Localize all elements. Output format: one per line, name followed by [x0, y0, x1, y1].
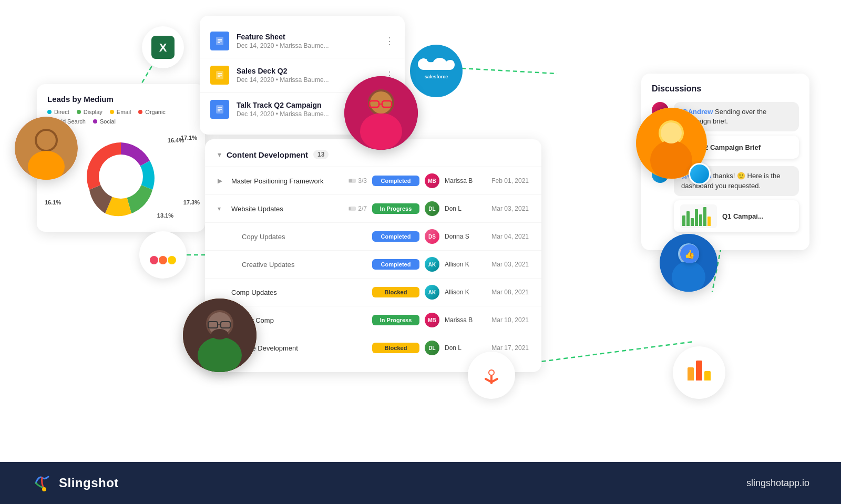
svg-point-36: [360, 113, 402, 150]
task-date-5: Mar 10, 2021: [487, 316, 529, 324]
donut-chart: [74, 132, 168, 221]
analytics-bars: [682, 359, 716, 386]
svg-point-17: [168, 256, 176, 264]
legend-label-organic: Organic: [145, 109, 166, 115]
person-woman-left: [15, 117, 78, 180]
task-avatar-5: MB: [425, 313, 439, 327]
legend-dot-organic: [138, 110, 142, 114]
salesforce-circle: salesforce: [410, 45, 463, 97]
legend-social: Social: [93, 118, 116, 125]
svg-point-43: [198, 337, 242, 372]
status-badge-0: Completed: [372, 176, 419, 186]
task-date-4: Mar 08, 2021: [487, 289, 529, 296]
tasks-header: ▾ Content Development 13: [205, 150, 541, 167]
pct-display: 17.3%: [183, 199, 200, 205]
pct-email: 13.1%: [157, 212, 173, 219]
doc-title-0: Feature Sheet: [237, 33, 377, 41]
doc-meta-1: Dec 14, 2020 • Marissa Baume...: [237, 76, 377, 84]
task-assignee-4: Allison K: [445, 289, 481, 296]
legend-display: Display: [77, 109, 102, 115]
svg-point-48: [211, 329, 228, 340]
task-avatar-1: DL: [425, 201, 439, 216]
task-avatar-0: MB: [425, 173, 439, 188]
legend-label-social: Social: [100, 118, 116, 125]
svg-point-15: [150, 256, 158, 264]
disc-chart-0[interactable]: Q1 Campai...: [674, 200, 799, 232]
task-date-1: Mar 03, 2021: [487, 205, 529, 212]
task-date-2: Mar 04, 2021: [487, 233, 529, 240]
like-button[interactable]: 👍: [680, 244, 699, 263]
svg-point-51: [650, 140, 692, 179]
status-badge-3: Completed: [372, 259, 419, 270]
status-badge-1: In Progress: [372, 203, 419, 214]
small-avatar-disc: [689, 163, 711, 185]
task-row-0[interactable]: ▶ Master Positioning Framework 3/3 Compl…: [205, 167, 541, 195]
task-name-2: Copy Updates: [231, 233, 362, 241]
person-marissa: [344, 76, 418, 150]
legend-dot-direct: [47, 110, 52, 114]
footer-url: slingshotapp.io: [746, 478, 809, 489]
doc-info-1: Sales Deck Q2 Dec 14, 2020 • Marissa Bau…: [237, 67, 377, 84]
leads-title: Leads by Medium: [47, 95, 194, 104]
task-name-3: Creative Updates: [231, 261, 362, 269]
doc-info-0: Feature Sheet Dec 14, 2020 • Marissa Bau…: [237, 33, 377, 49]
task-row-1[interactable]: ▾ Website Updates 2/7 In Progress DL Don…: [205, 195, 541, 223]
task-expand-1[interactable]: ▾: [218, 205, 226, 212]
excel-icon-circle: X: [142, 26, 184, 68]
legend-dot-email: [110, 110, 114, 114]
task-date-3: Mar 03, 2021: [487, 261, 529, 268]
pct-paid: 16.1%: [45, 199, 61, 205]
task-avatar-4: AK: [425, 285, 439, 300]
svg-point-66: [489, 371, 494, 375]
doc-menu-0[interactable]: ⋮: [385, 35, 394, 47]
disc-chart-name-0: Q1 Campai...: [722, 212, 764, 220]
legend-dot-social: [93, 119, 97, 124]
legend-label-email: Email: [117, 109, 131, 115]
doc-title-1: Sales Deck Q2: [237, 67, 377, 75]
tasks-collapse-icon[interactable]: ▾: [218, 150, 221, 159]
task-avatar-2: DS: [425, 229, 439, 244]
task-assignee-1: Don L: [445, 205, 481, 212]
task-assignee-3: Allison K: [445, 261, 481, 268]
task-assignee-2: Donna S: [445, 233, 481, 240]
task-row-2[interactable]: Copy Updates Completed DS Donna S Mar 04…: [205, 223, 541, 251]
tasks-count: 13: [313, 150, 329, 159]
legend-direct: Direct: [47, 109, 69, 115]
status-badge-2: Completed: [372, 231, 419, 242]
task-date-6: Mar 17, 2021: [487, 344, 529, 352]
status-badge-4: Blocked: [372, 287, 419, 297]
svg-point-16: [159, 256, 167, 264]
doc-icon-talk-track: [210, 100, 229, 119]
legend-email: Email: [110, 109, 131, 115]
disc-chart-preview-0: [680, 204, 717, 228]
tasks-section-title: Content Development: [227, 150, 308, 159]
analytics-circle: [673, 346, 725, 399]
task-name-4: Comp Updates: [231, 289, 362, 296]
task-assignee-5: Marissa B: [445, 316, 481, 324]
doc-icon-sales-deck: [210, 66, 229, 85]
status-badge-5: In Progress: [372, 315, 419, 325]
svg-rect-33: [349, 207, 351, 210]
task-row-4[interactable]: Comp Updates Blocked AK Allison K Mar 08…: [205, 279, 541, 306]
task-assignee-6: Don L: [445, 344, 481, 352]
svg-point-55: [672, 261, 705, 292]
task-name-1: Website Updates: [231, 205, 343, 213]
hubspot-icon: [477, 361, 506, 390]
person-man-bottom: [183, 299, 257, 372]
doc-meta-0: Dec 14, 2020 • Marissa Baume...: [237, 42, 377, 49]
doc-item-0[interactable]: Feature Sheet Dec 14, 2020 • Marissa Bau…: [200, 24, 405, 58]
task-avatar-3: AK: [425, 257, 439, 272]
leads-legend: Direct Display Email Organic Paid Search…: [47, 109, 194, 125]
svg-point-13: [37, 131, 56, 150]
svg-text:salesforce: salesforce: [425, 74, 448, 79]
svg-text:X: X: [159, 41, 167, 54]
salesforce-icon: salesforce: [418, 58, 455, 84]
svg-rect-31: [349, 179, 352, 182]
footer: Slingshot slingshotapp.io: [0, 462, 841, 504]
task-expand-0[interactable]: ▶: [218, 177, 226, 184]
footer-brand-name: Slingshot: [59, 476, 119, 490]
monday-icon: [150, 245, 176, 264]
task-assignee-0: Marissa B: [445, 177, 481, 184]
task-row-3[interactable]: Creative Updates Completed AK Allison K …: [205, 251, 541, 279]
svg-point-52: [661, 122, 682, 143]
